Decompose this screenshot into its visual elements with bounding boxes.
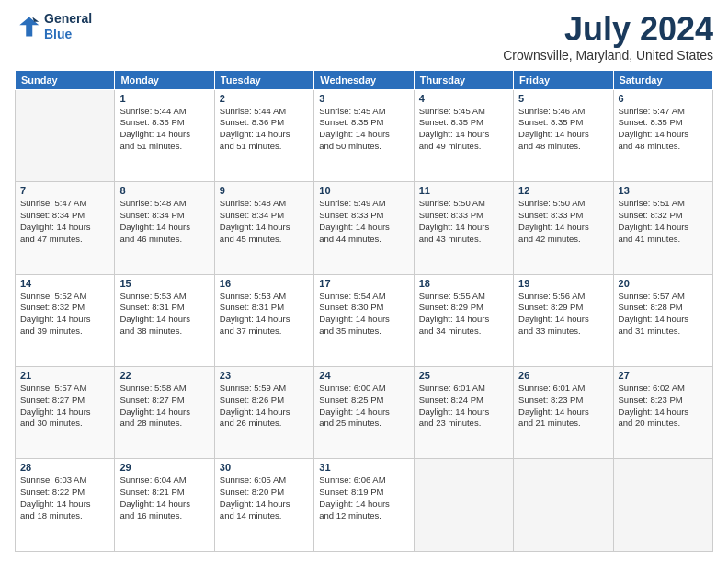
day-number: 1 [119, 93, 209, 104]
week-row-2: 7Sunrise: 5:47 AM Sunset: 8:34 PM Daylig… [16, 182, 713, 274]
day-number: 5 [518, 93, 608, 104]
weekday-header-sunday: Sunday [16, 70, 115, 89]
day-cell: 1Sunrise: 5:44 AM Sunset: 8:36 PM Daylig… [115, 89, 214, 181]
day-info: Sunrise: 5:56 AM Sunset: 8:29 PM Dayligh… [518, 291, 608, 338]
day-info: Sunrise: 6:03 AM Sunset: 8:22 PM Dayligh… [20, 475, 109, 522]
day-info: Sunrise: 5:51 AM Sunset: 8:32 PM Dayligh… [619, 198, 708, 245]
day-info: Sunrise: 5:58 AM Sunset: 8:27 PM Dayligh… [119, 383, 209, 430]
day-cell: 16Sunrise: 5:53 AM Sunset: 8:31 PM Dayli… [214, 274, 313, 366]
day-cell [514, 459, 613, 552]
day-info: Sunrise: 5:49 AM Sunset: 8:33 PM Dayligh… [319, 198, 408, 245]
day-number: 4 [419, 93, 508, 104]
day-cell: 24Sunrise: 6:00 AM Sunset: 8:25 PM Dayli… [314, 367, 414, 459]
day-cell: 20Sunrise: 5:57 AM Sunset: 8:28 PM Dayli… [613, 274, 712, 366]
day-number: 18 [419, 278, 508, 289]
day-number: 8 [119, 185, 209, 196]
week-row-5: 28Sunrise: 6:03 AM Sunset: 8:22 PM Dayli… [16, 459, 713, 552]
day-info: Sunrise: 5:44 AM Sunset: 8:36 PM Dayligh… [119, 106, 209, 153]
day-info: Sunrise: 5:45 AM Sunset: 8:35 PM Dayligh… [319, 106, 408, 153]
day-cell: 26Sunrise: 6:01 AM Sunset: 8:23 PM Dayli… [514, 367, 613, 459]
location: Crownsville, Maryland, United States [503, 48, 713, 63]
logo-line1: General [44, 11, 92, 27]
day-info: Sunrise: 5:48 AM Sunset: 8:34 PM Dayligh… [220, 198, 309, 245]
day-number: 7 [20, 185, 109, 196]
week-row-3: 14Sunrise: 5:52 AM Sunset: 8:32 PM Dayli… [16, 274, 713, 366]
day-number: 17 [319, 278, 408, 289]
day-info: Sunrise: 5:55 AM Sunset: 8:29 PM Dayligh… [419, 291, 508, 338]
day-cell [16, 89, 115, 181]
month-title: July 2024 [503, 11, 713, 48]
day-number: 16 [220, 278, 309, 289]
day-info: Sunrise: 6:04 AM Sunset: 8:21 PM Dayligh… [119, 475, 209, 522]
day-cell [414, 459, 513, 552]
day-number: 9 [220, 185, 309, 196]
day-info: Sunrise: 5:48 AM Sunset: 8:34 PM Dayligh… [119, 198, 209, 245]
day-number: 13 [619, 185, 708, 196]
day-number: 25 [419, 370, 508, 381]
day-number: 3 [319, 93, 408, 104]
day-info: Sunrise: 6:06 AM Sunset: 8:19 PM Dayligh… [319, 475, 408, 522]
logo: General Blue [15, 11, 92, 42]
weekday-header-monday: Monday [115, 70, 214, 89]
day-info: Sunrise: 6:01 AM Sunset: 8:23 PM Dayligh… [518, 383, 608, 430]
day-number: 11 [419, 185, 508, 196]
day-info: Sunrise: 5:44 AM Sunset: 8:36 PM Dayligh… [220, 106, 309, 153]
day-cell: 8Sunrise: 5:48 AM Sunset: 8:34 PM Daylig… [115, 182, 214, 274]
day-cell: 28Sunrise: 6:03 AM Sunset: 8:22 PM Dayli… [16, 459, 115, 552]
day-cell: 19Sunrise: 5:56 AM Sunset: 8:29 PM Dayli… [514, 274, 613, 366]
weekday-header-tuesday: Tuesday [214, 70, 313, 89]
weekday-header-thursday: Thursday [414, 70, 513, 89]
logo-line2: Blue [44, 27, 92, 42]
day-cell: 22Sunrise: 5:58 AM Sunset: 8:27 PM Dayli… [115, 367, 214, 459]
weekday-header-row: SundayMondayTuesdayWednesdayThursdayFrid… [16, 70, 713, 89]
day-cell: 7Sunrise: 5:47 AM Sunset: 8:34 PM Daylig… [16, 182, 115, 274]
logo-icon [15, 14, 40, 40]
day-cell: 5Sunrise: 5:46 AM Sunset: 8:35 PM Daylig… [514, 89, 613, 181]
day-info: Sunrise: 5:53 AM Sunset: 8:31 PM Dayligh… [119, 291, 209, 338]
day-number: 20 [619, 278, 708, 289]
day-info: Sunrise: 5:50 AM Sunset: 8:33 PM Dayligh… [419, 198, 508, 245]
week-row-1: 1Sunrise: 5:44 AM Sunset: 8:36 PM Daylig… [16, 89, 713, 181]
day-number: 10 [319, 185, 408, 196]
weekday-header-wednesday: Wednesday [314, 70, 414, 89]
day-cell: 29Sunrise: 6:04 AM Sunset: 8:21 PM Dayli… [115, 459, 214, 552]
day-number: 26 [518, 370, 608, 381]
day-number: 22 [119, 370, 209, 381]
day-cell: 13Sunrise: 5:51 AM Sunset: 8:32 PM Dayli… [613, 182, 712, 274]
day-info: Sunrise: 5:57 AM Sunset: 8:28 PM Dayligh… [619, 291, 708, 338]
day-cell: 17Sunrise: 5:54 AM Sunset: 8:30 PM Dayli… [314, 274, 414, 366]
day-number: 31 [319, 462, 408, 473]
day-info: Sunrise: 5:54 AM Sunset: 8:30 PM Dayligh… [319, 291, 408, 338]
day-info: Sunrise: 5:47 AM Sunset: 8:35 PM Dayligh… [619, 106, 708, 153]
day-info: Sunrise: 6:01 AM Sunset: 8:24 PM Dayligh… [419, 383, 508, 430]
day-number: 14 [20, 278, 109, 289]
weekday-header-friday: Friday [514, 70, 613, 89]
day-info: Sunrise: 6:05 AM Sunset: 8:20 PM Dayligh… [220, 475, 309, 522]
day-cell: 2Sunrise: 5:44 AM Sunset: 8:36 PM Daylig… [214, 89, 313, 181]
day-info: Sunrise: 5:46 AM Sunset: 8:35 PM Dayligh… [518, 106, 608, 153]
day-info: Sunrise: 5:47 AM Sunset: 8:34 PM Dayligh… [20, 198, 109, 245]
day-number: 30 [220, 462, 309, 473]
day-info: Sunrise: 5:50 AM Sunset: 8:33 PM Dayligh… [518, 198, 608, 245]
day-info: Sunrise: 5:57 AM Sunset: 8:27 PM Dayligh… [20, 383, 109, 430]
day-info: Sunrise: 5:45 AM Sunset: 8:35 PM Dayligh… [419, 106, 508, 153]
day-number: 23 [220, 370, 309, 381]
day-cell: 3Sunrise: 5:45 AM Sunset: 8:35 PM Daylig… [314, 89, 414, 181]
day-cell: 12Sunrise: 5:50 AM Sunset: 8:33 PM Dayli… [514, 182, 613, 274]
day-cell: 11Sunrise: 5:50 AM Sunset: 8:33 PM Dayli… [414, 182, 513, 274]
day-number: 2 [220, 93, 309, 104]
day-cell: 18Sunrise: 5:55 AM Sunset: 8:29 PM Dayli… [414, 274, 513, 366]
day-cell: 25Sunrise: 6:01 AM Sunset: 8:24 PM Dayli… [414, 367, 513, 459]
day-cell: 31Sunrise: 6:06 AM Sunset: 8:19 PM Dayli… [314, 459, 414, 552]
day-cell: 30Sunrise: 6:05 AM Sunset: 8:20 PM Dayli… [214, 459, 313, 552]
day-number: 12 [518, 185, 608, 196]
day-number: 28 [20, 462, 109, 473]
day-cell: 23Sunrise: 5:59 AM Sunset: 8:26 PM Dayli… [214, 367, 313, 459]
title-block: July 2024 Crownsville, Maryland, United … [503, 11, 713, 63]
day-info: Sunrise: 5:59 AM Sunset: 8:26 PM Dayligh… [220, 383, 309, 430]
day-number: 19 [518, 278, 608, 289]
header: General Blue July 2024 Crownsville, Mary… [15, 11, 713, 63]
day-cell: 15Sunrise: 5:53 AM Sunset: 8:31 PM Dayli… [115, 274, 214, 366]
page: General Blue July 2024 Crownsville, Mary… [0, 0, 728, 563]
day-cell: 9Sunrise: 5:48 AM Sunset: 8:34 PM Daylig… [214, 182, 313, 274]
